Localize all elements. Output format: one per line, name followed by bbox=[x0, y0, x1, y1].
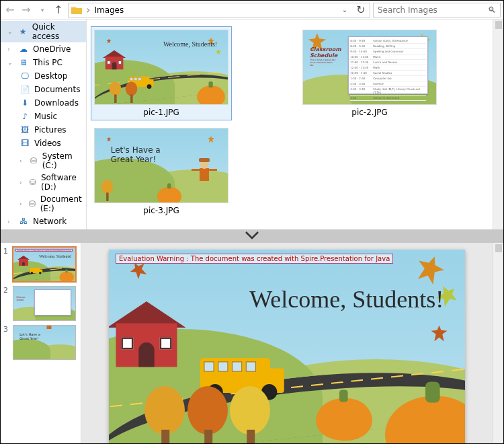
slide-title[interactable]: Welcome, Students! bbox=[249, 285, 444, 313]
chevron-right-icon: › bbox=[19, 200, 24, 207]
thumbnails-pane[interactable]: Welcome, Students! pic-1.JPG Classroom S… bbox=[87, 20, 503, 229]
drive-icon: ⛁ bbox=[29, 155, 38, 166]
chevron-down-icon: ⌄ bbox=[7, 59, 14, 66]
file-name: pic-3.JPG bbox=[143, 206, 179, 215]
address-bar: ← → ▾ ↑ › Images ⌄ ↻ Search Images 🔍︎ bbox=[1, 1, 503, 20]
file-name: pic-2.JPG bbox=[351, 108, 387, 117]
slide-title: Let's Have aGreat Year! bbox=[19, 333, 40, 340]
explorer-scrollbar[interactable] bbox=[493, 20, 503, 229]
nav-label: Network bbox=[33, 217, 67, 226]
back-button[interactable]: ← bbox=[3, 3, 17, 17]
nav-quick-access[interactable]: ⌄ ★ Quick access bbox=[1, 21, 86, 42]
slide-thumb-2[interactable]: 2 Classroom Schedule bbox=[3, 286, 78, 321]
nav-label: Pictures bbox=[34, 125, 67, 135]
nav-music[interactable]: ♪Music bbox=[1, 110, 86, 123]
nav-label: System (C:) bbox=[42, 151, 82, 170]
search-icon: 🔍︎ bbox=[488, 5, 496, 15]
file-thumb-pic-2[interactable]: Classroom Schedule This is what a typica… bbox=[299, 26, 440, 120]
nav-downloads[interactable]: ⬇Downloads bbox=[1, 96, 86, 110]
slide-main[interactable]: Evaluation Warning : The document was cr… bbox=[109, 250, 465, 443]
nav-software-d[interactable]: ›⛁Software (D:) bbox=[1, 172, 86, 193]
slide-editor: Evaluation Warning : The document was cr… bbox=[81, 243, 493, 443]
path-segment[interactable]: Images bbox=[94, 5, 124, 15]
music-icon: ♪ bbox=[19, 111, 30, 122]
nav-network[interactable]: ›🖧Network bbox=[1, 215, 86, 228]
chevron-right-icon: › bbox=[7, 218, 14, 225]
slide-thumbnail-panel[interactable]: 1 Evaluation Warning : The document was … bbox=[1, 243, 81, 443]
nav-this-pc[interactable]: ⌄ 🖥 This PC bbox=[1, 56, 86, 69]
nav-label: This PC bbox=[33, 58, 62, 67]
chevron-right-icon: › bbox=[7, 46, 14, 52]
path-dropdown-button[interactable]: ⌄ bbox=[339, 6, 351, 13]
slide-number: 3 bbox=[3, 325, 10, 360]
folder-icon bbox=[71, 5, 82, 15]
slide-number: 1 bbox=[3, 247, 10, 282]
pictures-icon: 🖼 bbox=[19, 124, 30, 135]
nav-label: Desktop bbox=[34, 71, 68, 81]
nav-documents[interactable]: 📄Documents bbox=[1, 83, 86, 96]
chevron-down-icon bbox=[245, 230, 259, 243]
slide-thumb-3[interactable]: 3 Let's Have aGreat Year! bbox=[3, 325, 78, 360]
slide-number: 2 bbox=[3, 286, 10, 321]
chevron-down-icon: ⌄ bbox=[7, 28, 14, 35]
slide-title: Let's Have a Great Year! bbox=[111, 146, 161, 163]
nav-label: Documents bbox=[34, 85, 80, 94]
schedule-title: Classroom Schedule This is what a typica… bbox=[310, 46, 337, 67]
editor-scrollbar[interactable] bbox=[493, 243, 503, 443]
schedule-table: 8:30 - 9:45School starts, Attendance8:45… bbox=[348, 36, 428, 94]
nav-system-c[interactable]: ›⛁System (C:) bbox=[1, 150, 86, 172]
nav-videos[interactable]: 🎞Videos bbox=[1, 137, 86, 150]
download-icon: ⬇ bbox=[19, 98, 30, 108]
slide-title: Welcome, Students! bbox=[163, 40, 217, 48]
path-separator-icon: › bbox=[86, 3, 90, 16]
slide-thumb-1[interactable]: 1 Evaluation Warning : The document was … bbox=[3, 247, 78, 282]
navigation-tree[interactable]: ⌄ ★ Quick access › ☁ OneDrive ⌄ 🖥 This P… bbox=[1, 20, 87, 229]
nav-onedrive[interactable]: › ☁ OneDrive bbox=[1, 42, 86, 56]
nav-label: Music bbox=[34, 112, 57, 121]
refresh-button[interactable]: ↻ bbox=[355, 3, 367, 16]
recent-locations-button[interactable]: ▾ bbox=[36, 3, 49, 17]
drive-icon: ⛁ bbox=[28, 198, 36, 209]
nav-label: Document (E:) bbox=[40, 194, 82, 213]
path-box[interactable]: › Images ⌄ ↻ bbox=[68, 3, 370, 17]
chevron-right-icon: › bbox=[19, 157, 25, 164]
nav-label: Videos bbox=[34, 139, 61, 148]
videos-icon: 🎞 bbox=[19, 138, 30, 149]
nav-label: Downloads bbox=[34, 98, 79, 108]
file-explorer-window: ← → ▾ ↑ › Images ⌄ ↻ Search Images 🔍︎ ⌄ … bbox=[1, 1, 503, 229]
nav-label: Quick access bbox=[32, 22, 82, 41]
network-icon: 🖧 bbox=[18, 216, 29, 227]
nav-label: OneDrive bbox=[33, 44, 71, 54]
desktop-icon: 🖵 bbox=[19, 71, 30, 81]
nav-document-e[interactable]: ›⛁Document (E:) bbox=[1, 193, 86, 215]
presentation-app: 1 Evaluation Warning : The document was … bbox=[1, 243, 503, 443]
forward-button[interactable]: → bbox=[19, 3, 33, 17]
slide-canvas-area[interactable]: Evaluation Warning : The document was cr… bbox=[81, 243, 493, 443]
schedule-title: Classroom Schedule bbox=[17, 296, 29, 301]
cloud-icon: ☁ bbox=[18, 44, 29, 54]
file-name: pic-1.JPG bbox=[143, 108, 179, 117]
schedule-table bbox=[34, 289, 71, 316]
nav-desktop[interactable]: 🖵Desktop bbox=[1, 69, 86, 83]
slide-title: Welcome, Students! bbox=[39, 254, 71, 258]
chevron-right-icon: › bbox=[19, 179, 25, 186]
up-button[interactable]: ↑ bbox=[52, 3, 65, 17]
monitor-icon: 🖥 bbox=[18, 57, 29, 68]
documents-icon: 📄 bbox=[19, 84, 30, 95]
search-placeholder: Search Images bbox=[378, 5, 437, 15]
file-thumb-pic-3[interactable]: Let's Have a Great Year! pic-3.JPG bbox=[91, 124, 232, 219]
nav-pictures[interactable]: 🖼Pictures bbox=[1, 123, 86, 137]
eval-warning-label: Evaluation Warning : The document was cr… bbox=[116, 254, 393, 264]
split-divider[interactable] bbox=[1, 229, 503, 243]
file-thumb-pic-1[interactable]: Welcome, Students! pic-1.JPG bbox=[91, 26, 232, 120]
eval-warning-label: Evaluation Warning : The document was cr… bbox=[15, 249, 73, 252]
drive-icon: ⛁ bbox=[29, 177, 37, 188]
star-icon: ★ bbox=[18, 26, 28, 37]
search-input[interactable]: Search Images 🔍︎ bbox=[373, 3, 501, 17]
nav-label: Software (D:) bbox=[41, 173, 82, 192]
